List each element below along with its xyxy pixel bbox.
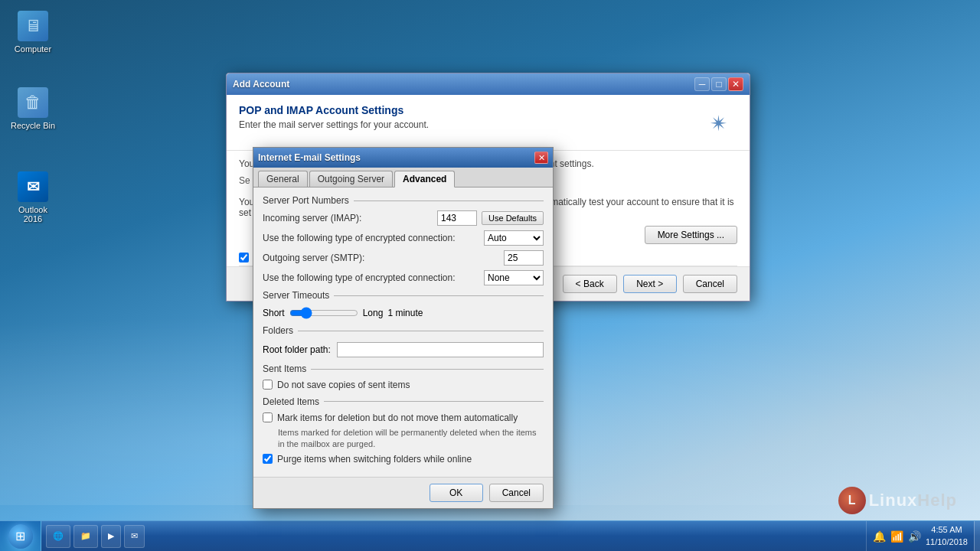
root-folder-input[interactable] [337, 342, 544, 357]
folders-header: Folders [263, 325, 544, 336]
watermark-logo-letter: L [848, 494, 856, 507]
start-orb: ⊞ [8, 524, 33, 549]
encrypt-outgoing-label: Use the following type of encrypted conn… [263, 272, 484, 283]
timeout-value: 1 minute [387, 308, 423, 318]
linux-text: Linux [869, 491, 918, 510]
sent-items-section: Sent Items Do not save copies of sent it… [263, 364, 544, 392]
star-icon: ✴ [710, 111, 727, 136]
tab-advanced[interactable]: Advanced [394, 171, 455, 187]
recycle-bin-label: Recycle Bin [11, 121, 55, 130]
do-not-save-checkbox[interactable] [263, 380, 273, 390]
purge-checkbox[interactable] [263, 454, 273, 464]
outlook-taskbar-icon: ✉ [131, 531, 138, 541]
desktop-icon-computer[interactable]: 🖥 Computer [6, 8, 60, 57]
taskbar-item-outlook[interactable]: ✉ [124, 525, 145, 548]
mark-deletion-checkbox[interactable] [263, 412, 273, 422]
add-account-title: Add Account [233, 79, 693, 90]
outgoing-port-input[interactable] [504, 250, 544, 266]
server-port-title: Server Port Numbers [263, 195, 349, 206]
start-button[interactable]: ⊞ [0, 521, 41, 551]
server-timeouts-section: Server Timeouts Short Long 1 minute [263, 290, 544, 321]
incoming-port-input[interactable] [437, 210, 477, 226]
encrypt-incoming-row: Use the following type of encrypted conn… [263, 230, 544, 246]
folders-title: Folders [263, 325, 293, 336]
encrypt-outgoing-row: Use the following type of encrypted conn… [263, 270, 544, 285]
desktop: 🖥 Computer 🗑 Recycle Bin ✉ Outlook 2016 … [0, 0, 980, 551]
tray-network-icon[interactable]: 📶 [890, 530, 903, 543]
sent-items-line [311, 369, 544, 370]
sent-items-header: Sent Items [263, 364, 544, 374]
outlook-icon: ✉ [18, 171, 48, 202]
cancel-button[interactable]: Cancel [683, 275, 737, 293]
media-icon: ▶ [108, 531, 114, 541]
outgoing-server-row: Outgoing server (SMTP): [263, 250, 544, 266]
taskbar-item-ie[interactable]: 🌐 [46, 525, 70, 548]
taskbar-item-folder[interactable]: 📁 [74, 525, 98, 548]
do-not-save-label[interactable]: Do not save copies of sent items [277, 379, 410, 392]
back-button[interactable]: < Back [563, 275, 617, 293]
close-button[interactable]: ✕ [728, 77, 743, 91]
email-settings-dialog: Internet E-mail Settings ✕ General Outgo… [253, 147, 554, 509]
ok-button[interactable]: OK [430, 484, 483, 502]
tray-notify-icon[interactable]: 🔔 [873, 530, 886, 543]
dialog-cancel-button[interactable]: Cancel [489, 484, 544, 502]
show-desktop-button[interactable] [974, 521, 980, 551]
root-folder-row: Root folder path: [263, 341, 544, 359]
purge-label[interactable]: Purge items when switching folders while… [277, 453, 472, 466]
purge-row: Purge items when switching folders while… [263, 453, 544, 466]
deleted-items-header: Deleted Items [263, 396, 544, 407]
deleted-items-section: Deleted Items Mark items for deletion bu… [263, 396, 544, 466]
more-settings-button[interactable]: More Settings ... [645, 226, 737, 244]
outgoing-label: Outgoing server (SMTP): [263, 253, 504, 263]
deleted-items-line [324, 401, 544, 402]
timeouts-line [334, 295, 544, 296]
watermark: L LinuxHelp [838, 487, 957, 514]
help-text: Help [917, 491, 957, 510]
tray-volume-icon[interactable]: 🔊 [908, 530, 921, 543]
computer-icon: 🖥 [18, 11, 48, 41]
minimize-button[interactable]: ─ [694, 77, 710, 91]
email-settings-titlebar: Internet E-mail Settings ✕ [253, 148, 553, 168]
folders-line [298, 331, 544, 331]
offline-checkbox[interactable] [239, 253, 249, 262]
timeouts-title: Server Timeouts [263, 290, 329, 301]
encrypt-outgoing-select[interactable]: Auto None SSL TLS [484, 270, 544, 285]
use-defaults-button[interactable]: Use Defaults [482, 211, 544, 225]
encrypt-incoming-select[interactable]: Auto None SSL TLS [484, 230, 544, 246]
timeout-slider[interactable] [289, 307, 358, 319]
short-label: Short [263, 308, 285, 318]
header-subtitle: Enter the mail server settings for your … [239, 119, 429, 130]
dialog-body: Server Port Numbers Incoming server (IMA… [253, 187, 553, 477]
dialog-tabs: General Outgoing Server Advanced [253, 168, 553, 187]
clock-time: 4:55 AM [926, 524, 968, 536]
ie-icon: 🌐 [53, 531, 64, 541]
tab-general[interactable]: General [258, 171, 308, 187]
watermark-logo: L [838, 487, 866, 514]
long-label: Long [363, 308, 384, 318]
taskbar-items: 🌐 📁 ▶ ✉ [41, 521, 866, 551]
dialog-close-button[interactable]: ✕ [534, 152, 548, 164]
watermark-text: LinuxHelp [869, 491, 957, 510]
server-port-line [354, 201, 544, 201]
mark-deletion-hint: Items marked for deletion will be perman… [278, 427, 544, 451]
server-port-section: Server Port Numbers Incoming server (IMA… [263, 195, 544, 285]
tray-time: 4:55 AM 11/10/2018 [926, 524, 968, 548]
mark-deletion-label[interactable]: Mark items for deletion but do not move … [277, 412, 518, 425]
do-not-save-row: Do not save copies of sent items [263, 379, 544, 392]
mark-deletion-row: Mark items for deletion but do not move … [263, 412, 544, 425]
clock-date: 11/10/2018 [926, 536, 968, 548]
desktop-icon-recycle-bin[interactable]: 🗑 Recycle Bin [6, 84, 60, 133]
taskbar-item-media[interactable]: ▶ [101, 525, 121, 548]
header-title: POP and IMAP Account Settings [239, 104, 429, 116]
desktop-icon-outlook[interactable]: ✉ Outlook 2016 [6, 168, 60, 227]
taskbar-tray: 🔔 📶 🔊 4:55 AM 11/10/2018 [866, 521, 974, 551]
maximize-button[interactable]: □ [711, 77, 727, 91]
folder-icon: 📁 [80, 531, 91, 541]
deleted-items-title: Deleted Items [263, 396, 319, 407]
outlook-label: Outlook 2016 [9, 205, 57, 223]
next-button[interactable]: Next > [623, 275, 677, 293]
tab-outgoing-server[interactable]: Outgoing Server [309, 171, 393, 187]
folders-section: Folders Root folder path: [263, 325, 544, 359]
computer-label: Computer [15, 44, 51, 54]
incoming-server-row: Incoming server (IMAP): Use Defaults [263, 210, 544, 226]
